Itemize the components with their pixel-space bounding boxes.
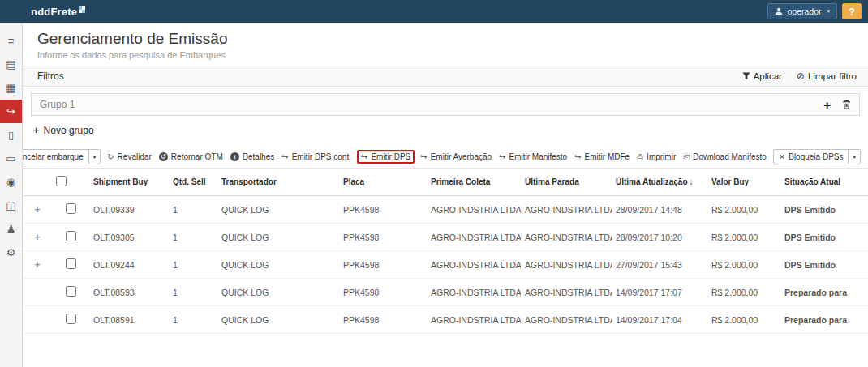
sidebar-item-users[interactable]: ♟ [0, 217, 22, 241]
apply-filter-button[interactable]: Aplicar [742, 71, 782, 81]
sidebar-item-billing[interactable]: ▭ [0, 147, 22, 170]
table-row: + OLT.09339 1 QUICK LOG PPK4598 AGRO-IND… [23, 196, 868, 224]
cell-placa: PPK4598 [339, 224, 427, 251]
sidebar-item-documents[interactable]: ▯ [0, 123, 22, 147]
info-icon: i [230, 152, 239, 161]
cancel-shipment-dropdown[interactable]: ▾ [88, 150, 101, 164]
sidebar-item-settings[interactable]: ⚙ [0, 241, 22, 264]
cell-primeira-coleta: AGRO-INDSTRIA LTDA. [427, 279, 521, 306]
block-dps-button[interactable]: ✕ Bloqueia DPSs [774, 150, 849, 164]
emit-mdfe-button[interactable]: ↪ Emitir MDFe [571, 150, 633, 164]
col-primeira-coleta[interactable]: Primeira Coleta [427, 169, 521, 196]
main-content: Gerenciamento de Emissão Informe os dado… [23, 23, 868, 367]
row-checkbox[interactable] [66, 203, 76, 214]
print-label: Imprimir [647, 152, 676, 161]
cell-valor-buy: R$ 2.000,00 [707, 251, 780, 279]
cancel-shipment-label: Cancelar embarque [23, 152, 84, 161]
row-checkbox[interactable] [66, 314, 76, 324]
sidebar-item-fleet[interactable]: ▦ [0, 76, 22, 100]
table-row: OLT.08593 1 QUICK LOG PPK4598 AGRO-INDST… [23, 279, 868, 306]
delete-group-button[interactable] [842, 100, 851, 109]
emit-dps-cont-label: Emitir DPS cont. [292, 152, 351, 161]
expand-row-icon[interactable]: + [34, 204, 40, 216]
filter-funnel-icon [742, 72, 750, 80]
cancel-shipment-button[interactable]: ✕ Cancelar embarque [23, 150, 88, 164]
page-header: Gerenciamento de Emissão Informe os dado… [23, 23, 868, 66]
cell-shipment-buy: OLT.09339 [89, 196, 169, 224]
clear-filter-button[interactable]: ⊘ Limpar filtro [797, 70, 857, 82]
sidebar-item-emission[interactable]: ↪ [0, 100, 22, 123]
cell-shipment-buy: OLT.09244 [89, 251, 169, 279]
row-checkbox[interactable] [66, 231, 76, 241]
monitor-icon: ◉ [6, 176, 15, 188]
status-badge: DPS Emitido [780, 224, 868, 251]
col-expand [23, 169, 52, 196]
sidebar: ≡ ▤ ▦ ↪ ▯ ▭ ◉ ◫ ♟ ⚙ [0, 23, 23, 367]
row-checkbox[interactable] [66, 258, 76, 269]
cell-primeira-coleta: AGRO-INDSTRIA LTDA. [427, 224, 521, 251]
emit-averbacao-button[interactable]: ↪ Emitir Averbação [417, 150, 495, 164]
row-checkbox[interactable] [66, 286, 76, 297]
status-badge: Preparado para [780, 306, 868, 334]
cell-placa: PPK4598 [339, 306, 427, 334]
cancel-shipment-split: ✕ Cancelar embarque ▾ [23, 149, 101, 164]
details-button[interactable]: i Detalhes [227, 150, 277, 164]
sidebar-item-reports[interactable]: ▤ [0, 53, 22, 76]
document-icon: ▯ [8, 129, 14, 141]
actions-toolbar: ✕ Cancelar embarque ▾ ↻ Revalidar ↺ Reto… [23, 149, 863, 164]
block-dps-label: Bloqueia DPSs [789, 152, 843, 161]
cell-ultima-parada: AGRO-INDSTRIA LTDA. [521, 251, 612, 279]
cell-transportador: QUICK LOG [217, 224, 339, 251]
download-manifesto-button[interactable]: ⎗ Download Manifesto [680, 150, 770, 164]
cell-ultima-atualizacao: 14/09/2017 17:07 [612, 279, 707, 306]
col-transportador[interactable]: Transportador [217, 169, 339, 196]
block-dps-dropdown[interactable]: ▾ [848, 150, 860, 164]
emit-arrow-icon: ↪ [574, 152, 581, 161]
sidebar-menu-toggle[interactable]: ≡ [0, 29, 22, 53]
select-all-checkbox[interactable] [56, 176, 67, 186]
new-group-button[interactable]: + Novo grupo [33, 124, 94, 136]
col-shipment-buy[interactable]: Shipment Buy [89, 169, 169, 196]
filters-actions: Aplicar ⊘ Limpar filtro [742, 70, 857, 82]
sidebar-item-archive[interactable]: ◫ [0, 194, 22, 217]
clear-filter-label: Limpar filtro [808, 71, 857, 81]
topbar: nddFrete operador ▾ ? [0, 0, 868, 23]
emit-dps-cont-button[interactable]: ↪ Emitir DPS cont. [278, 150, 355, 164]
col-valor-buy[interactable]: Valor Buy [707, 169, 780, 196]
cell-ultima-parada: AGRO-INDSTRIA LTDA. [521, 279, 612, 306]
emit-manifesto-label: Emitir Manifesto [509, 152, 567, 161]
user-menu-button[interactable]: operador ▾ [767, 3, 837, 19]
block-x-icon: ✕ [779, 152, 785, 161]
status-badge: Preparado para [780, 279, 868, 306]
cell-ultima-atualizacao: 28/09/2017 10:20 [612, 224, 707, 251]
revalidate-button[interactable]: ↻ Revalidar [104, 150, 155, 164]
emit-manifesto-button[interactable]: ↪ Emitir Manifesto [496, 150, 570, 164]
sidebar-item-monitoring[interactable]: ◉ [0, 170, 22, 194]
ban-icon: ⊘ [797, 70, 805, 82]
details-label: Detalhes [243, 152, 274, 161]
apply-filter-label: Aplicar [754, 71, 782, 81]
emit-averbacao-label: Emitir Averbação [431, 152, 492, 161]
cell-valor-buy: R$ 2.000,00 [707, 279, 780, 306]
print-button[interactable]: ⎙ Imprimir [634, 150, 679, 164]
block-dps-split: ✕ Bloqueia DPSs ▾ [773, 149, 861, 164]
col-qtd-sell[interactable]: Qtd. Sell [169, 169, 217, 196]
group-panel-header[interactable]: Grupo 1 + [31, 93, 860, 116]
cell-primeira-coleta: AGRO-INDSTRIA LTDA. [427, 306, 521, 334]
help-button[interactable]: ? [842, 3, 862, 19]
emit-mdfe-label: Emitir MDFe [585, 152, 630, 161]
emit-dps-button[interactable]: ↪ Emitir DPS [357, 150, 415, 164]
add-filter-to-group-button[interactable]: + [823, 99, 831, 111]
new-group-label: Novo grupo [44, 125, 94, 136]
expand-row-icon[interactable]: + [34, 259, 40, 271]
expand-row-icon[interactable]: + [34, 232, 40, 243]
status-badge: DPS Emitido [780, 196, 868, 224]
col-situacao-atual[interactable]: Situação Atual [780, 169, 868, 196]
page-title: Gerenciamento de Emissão [37, 30, 853, 48]
col-ultima-atualizacao[interactable]: Última Atualização↓ [612, 169, 707, 196]
col-placa[interactable]: Placa [339, 169, 427, 196]
return-otm-button[interactable]: ↺ Retornar OTM [156, 150, 226, 164]
filters-title: Filtros [37, 70, 64, 82]
col-ultima-parada[interactable]: Última Parada [521, 169, 612, 196]
cell-ultima-parada: AGRO-INDSTRIA LTDA. [521, 306, 612, 334]
